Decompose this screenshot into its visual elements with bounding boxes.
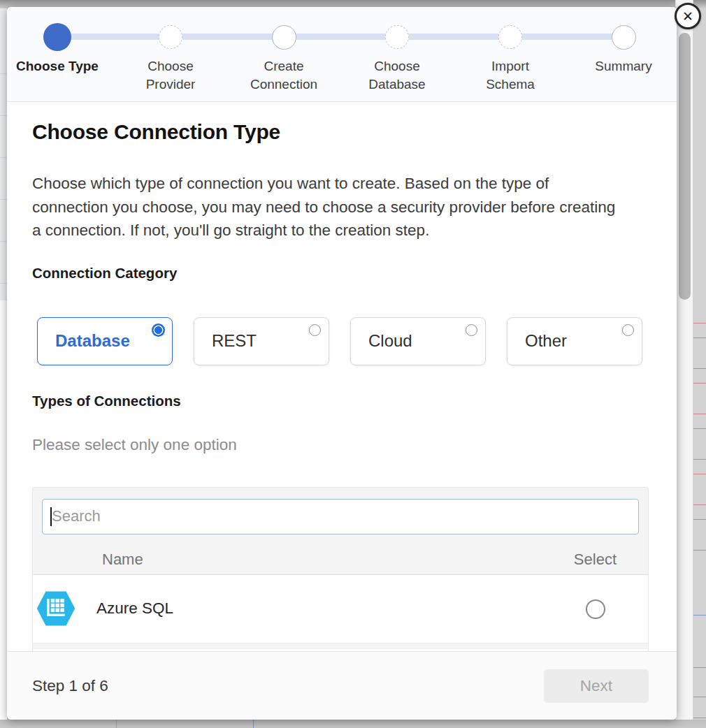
background-bottom-strip [0,720,706,728]
column-header-name: Name [102,551,143,569]
table-header: Name Select [33,545,648,575]
category-option-rest[interactable]: REST [194,317,329,365]
category-option-cloud[interactable]: Cloud [350,317,486,365]
step-circle-dashed-icon [159,25,182,49]
step-circle-dashed-icon [385,25,409,49]
connection-types-panel: Name Select Azure SQL [32,487,649,655]
azure-sql-radio[interactable] [586,599,605,619]
close-icon: ✕ [682,10,693,23]
step-progress-text: Step 1 of 6 [32,677,108,695]
step-label: Choose Database [353,57,441,94]
stepper-step-create-connection: Create Connection [227,7,340,94]
table-row-azure-sql[interactable]: Azure SQL [33,575,648,643]
radio-unselected-icon[interactable] [309,324,321,336]
stepper-step-summary: Summary [567,7,680,94]
step-label: Choose Provider [127,57,215,94]
row-name-label: Azure SQL [96,599,173,618]
category-option-database[interactable]: Database [37,317,173,365]
category-heading: Connection Category [32,265,649,282]
category-option-label: Database [38,331,130,351]
stepper-step-choose-database: Choose Database [340,7,454,94]
search-input[interactable] [42,499,639,534]
category-option-label: Other [507,331,567,351]
text-caret [50,507,52,526]
azure-sql-icon [36,588,76,629]
radio-unselected-icon[interactable] [622,324,634,336]
description-text: Choose which type of connection you want… [32,172,619,242]
types-hint: Please select only one option [32,436,649,454]
category-options: Database REST Cloud Other [37,317,642,365]
category-option-other[interactable]: Other [507,317,642,365]
page-scrollbar-thumb[interactable] [679,33,691,300]
stepper-step-import-schema: Import Schema [454,7,567,94]
radio-unselected-icon[interactable] [466,324,477,336]
step-label: Choose Type [13,57,101,75]
page-scrollbar-track[interactable] [675,0,693,720]
connection-wizard-modal: Choose Type Choose Provider Create Conne… [7,7,677,720]
stepper-step-choose-provider: Choose Provider [114,7,227,94]
radio-selected-icon[interactable] [152,323,165,337]
page-title: Choose Connection Type [32,120,649,144]
background-right-strip [693,0,706,728]
wizard-stepper: Choose Type Choose Provider Create Conne… [7,7,677,102]
column-header-select: Select [574,551,617,569]
next-button[interactable]: Next [544,669,649,703]
category-option-label: Cloud [351,331,412,351]
types-heading: Types of Connections [32,393,649,409]
background-left-white [0,300,7,720]
step-circle-dashed-icon [498,25,522,49]
stepper-step-choose-type: Choose Type [1,7,114,94]
category-option-label: REST [194,331,257,351]
step-circle-current-icon [43,23,71,51]
step-circle-icon [612,25,636,50]
step-circle-icon [272,25,296,50]
step-label: Import Schema [466,57,554,94]
close-button[interactable]: ✕ [675,3,701,29]
step-label: Create Connection [240,57,328,94]
step-label: Summary [579,57,668,75]
wizard-footer: Step 1 of 6 Next [7,651,677,720]
